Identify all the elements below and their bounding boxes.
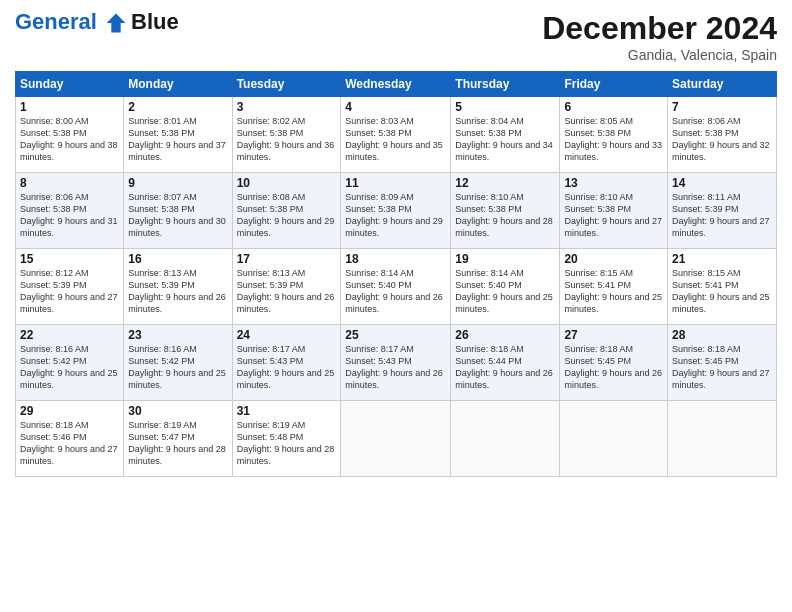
calendar-cell: 27Sunrise: 8:18 AMSunset: 5:45 PMDayligh… (560, 325, 668, 401)
calendar-cell: 19Sunrise: 8:14 AMSunset: 5:40 PMDayligh… (451, 249, 560, 325)
day-info: Sunrise: 8:19 AMSunset: 5:48 PMDaylight:… (237, 419, 337, 468)
calendar-cell: 30Sunrise: 8:19 AMSunset: 5:47 PMDayligh… (124, 401, 232, 477)
day-info: Sunrise: 8:13 AMSunset: 5:39 PMDaylight:… (237, 267, 337, 316)
calendar-cell: 28Sunrise: 8:18 AMSunset: 5:45 PMDayligh… (668, 325, 777, 401)
calendar-cell: 23Sunrise: 8:16 AMSunset: 5:42 PMDayligh… (124, 325, 232, 401)
day-number: 31 (237, 404, 337, 418)
day-number: 18 (345, 252, 446, 266)
day-number: 4 (345, 100, 446, 114)
calendar-header-thursday: Thursday (451, 72, 560, 97)
calendar-header-saturday: Saturday (668, 72, 777, 97)
calendar-cell: 13Sunrise: 8:10 AMSunset: 5:38 PMDayligh… (560, 173, 668, 249)
calendar-cell: 24Sunrise: 8:17 AMSunset: 5:43 PMDayligh… (232, 325, 341, 401)
page: General Blue December 2024 Gandia, Valen… (0, 0, 792, 612)
day-info: Sunrise: 8:10 AMSunset: 5:38 PMDaylight:… (564, 191, 663, 240)
logo-line1: General (15, 9, 97, 34)
day-number: 28 (672, 328, 772, 342)
day-number: 7 (672, 100, 772, 114)
calendar-week-row: 22Sunrise: 8:16 AMSunset: 5:42 PMDayligh… (16, 325, 777, 401)
day-number: 2 (128, 100, 227, 114)
calendar-cell: 14Sunrise: 8:11 AMSunset: 5:39 PMDayligh… (668, 173, 777, 249)
calendar-cell: 20Sunrise: 8:15 AMSunset: 5:41 PMDayligh… (560, 249, 668, 325)
day-info: Sunrise: 8:13 AMSunset: 5:39 PMDaylight:… (128, 267, 227, 316)
day-info: Sunrise: 8:10 AMSunset: 5:38 PMDaylight:… (455, 191, 555, 240)
day-info: Sunrise: 8:01 AMSunset: 5:38 PMDaylight:… (128, 115, 227, 164)
calendar-header-tuesday: Tuesday (232, 72, 341, 97)
calendar-cell: 26Sunrise: 8:18 AMSunset: 5:44 PMDayligh… (451, 325, 560, 401)
calendar-cell (668, 401, 777, 477)
calendar-header-row: SundayMondayTuesdayWednesdayThursdayFrid… (16, 72, 777, 97)
calendar-header-friday: Friday (560, 72, 668, 97)
calendar: SundayMondayTuesdayWednesdayThursdayFrid… (15, 71, 777, 477)
day-number: 23 (128, 328, 227, 342)
calendar-cell: 11Sunrise: 8:09 AMSunset: 5:38 PMDayligh… (341, 173, 451, 249)
calendar-cell: 15Sunrise: 8:12 AMSunset: 5:39 PMDayligh… (16, 249, 124, 325)
day-info: Sunrise: 8:04 AMSunset: 5:38 PMDaylight:… (455, 115, 555, 164)
day-number: 12 (455, 176, 555, 190)
subtitle: Gandia, Valencia, Spain (542, 47, 777, 63)
calendar-header-monday: Monday (124, 72, 232, 97)
day-number: 13 (564, 176, 663, 190)
day-number: 24 (237, 328, 337, 342)
calendar-cell: 6Sunrise: 8:05 AMSunset: 5:38 PMDaylight… (560, 97, 668, 173)
day-info: Sunrise: 8:03 AMSunset: 5:38 PMDaylight:… (345, 115, 446, 164)
day-info: Sunrise: 8:06 AMSunset: 5:38 PMDaylight:… (20, 191, 119, 240)
day-number: 8 (20, 176, 119, 190)
calendar-cell: 22Sunrise: 8:16 AMSunset: 5:42 PMDayligh… (16, 325, 124, 401)
day-info: Sunrise: 8:19 AMSunset: 5:47 PMDaylight:… (128, 419, 227, 468)
svg-marker-0 (107, 14, 126, 33)
day-number: 29 (20, 404, 119, 418)
title-block: December 2024 Gandia, Valencia, Spain (542, 10, 777, 63)
calendar-cell: 3Sunrise: 8:02 AMSunset: 5:38 PMDaylight… (232, 97, 341, 173)
day-info: Sunrise: 8:07 AMSunset: 5:38 PMDaylight:… (128, 191, 227, 240)
day-info: Sunrise: 8:05 AMSunset: 5:38 PMDaylight:… (564, 115, 663, 164)
calendar-cell: 5Sunrise: 8:04 AMSunset: 5:38 PMDaylight… (451, 97, 560, 173)
day-info: Sunrise: 8:18 AMSunset: 5:45 PMDaylight:… (564, 343, 663, 392)
day-info: Sunrise: 8:00 AMSunset: 5:38 PMDaylight:… (20, 115, 119, 164)
day-info: Sunrise: 8:02 AMSunset: 5:38 PMDaylight:… (237, 115, 337, 164)
calendar-cell (451, 401, 560, 477)
calendar-cell: 25Sunrise: 8:17 AMSunset: 5:43 PMDayligh… (341, 325, 451, 401)
day-info: Sunrise: 8:18 AMSunset: 5:44 PMDaylight:… (455, 343, 555, 392)
calendar-cell: 7Sunrise: 8:06 AMSunset: 5:38 PMDaylight… (668, 97, 777, 173)
calendar-cell: 17Sunrise: 8:13 AMSunset: 5:39 PMDayligh… (232, 249, 341, 325)
calendar-cell: 12Sunrise: 8:10 AMSunset: 5:38 PMDayligh… (451, 173, 560, 249)
day-info: Sunrise: 8:17 AMSunset: 5:43 PMDaylight:… (345, 343, 446, 392)
day-info: Sunrise: 8:18 AMSunset: 5:45 PMDaylight:… (672, 343, 772, 392)
calendar-cell: 16Sunrise: 8:13 AMSunset: 5:39 PMDayligh… (124, 249, 232, 325)
calendar-week-row: 8Sunrise: 8:06 AMSunset: 5:38 PMDaylight… (16, 173, 777, 249)
day-info: Sunrise: 8:18 AMSunset: 5:46 PMDaylight:… (20, 419, 119, 468)
main-title: December 2024 (542, 10, 777, 47)
calendar-week-row: 1Sunrise: 8:00 AMSunset: 5:38 PMDaylight… (16, 97, 777, 173)
day-number: 25 (345, 328, 446, 342)
calendar-cell: 4Sunrise: 8:03 AMSunset: 5:38 PMDaylight… (341, 97, 451, 173)
day-number: 20 (564, 252, 663, 266)
calendar-cell: 8Sunrise: 8:06 AMSunset: 5:38 PMDaylight… (16, 173, 124, 249)
day-info: Sunrise: 8:15 AMSunset: 5:41 PMDaylight:… (564, 267, 663, 316)
logo: General Blue (15, 10, 179, 34)
day-info: Sunrise: 8:17 AMSunset: 5:43 PMDaylight:… (237, 343, 337, 392)
calendar-week-row: 29Sunrise: 8:18 AMSunset: 5:46 PMDayligh… (16, 401, 777, 477)
header: General Blue December 2024 Gandia, Valen… (15, 10, 777, 63)
day-number: 17 (237, 252, 337, 266)
day-info: Sunrise: 8:14 AMSunset: 5:40 PMDaylight:… (345, 267, 446, 316)
day-info: Sunrise: 8:14 AMSunset: 5:40 PMDaylight:… (455, 267, 555, 316)
day-info: Sunrise: 8:06 AMSunset: 5:38 PMDaylight:… (672, 115, 772, 164)
day-number: 21 (672, 252, 772, 266)
day-number: 6 (564, 100, 663, 114)
day-number: 3 (237, 100, 337, 114)
day-number: 27 (564, 328, 663, 342)
calendar-cell: 9Sunrise: 8:07 AMSunset: 5:38 PMDaylight… (124, 173, 232, 249)
day-info: Sunrise: 8:11 AMSunset: 5:39 PMDaylight:… (672, 191, 772, 240)
calendar-cell: 18Sunrise: 8:14 AMSunset: 5:40 PMDayligh… (341, 249, 451, 325)
day-number: 19 (455, 252, 555, 266)
day-number: 30 (128, 404, 227, 418)
day-info: Sunrise: 8:09 AMSunset: 5:38 PMDaylight:… (345, 191, 446, 240)
calendar-header-sunday: Sunday (16, 72, 124, 97)
calendar-cell: 29Sunrise: 8:18 AMSunset: 5:46 PMDayligh… (16, 401, 124, 477)
day-info: Sunrise: 8:12 AMSunset: 5:39 PMDaylight:… (20, 267, 119, 316)
calendar-cell: 10Sunrise: 8:08 AMSunset: 5:38 PMDayligh… (232, 173, 341, 249)
day-info: Sunrise: 8:16 AMSunset: 5:42 PMDaylight:… (128, 343, 227, 392)
day-info: Sunrise: 8:15 AMSunset: 5:41 PMDaylight:… (672, 267, 772, 316)
day-number: 22 (20, 328, 119, 342)
